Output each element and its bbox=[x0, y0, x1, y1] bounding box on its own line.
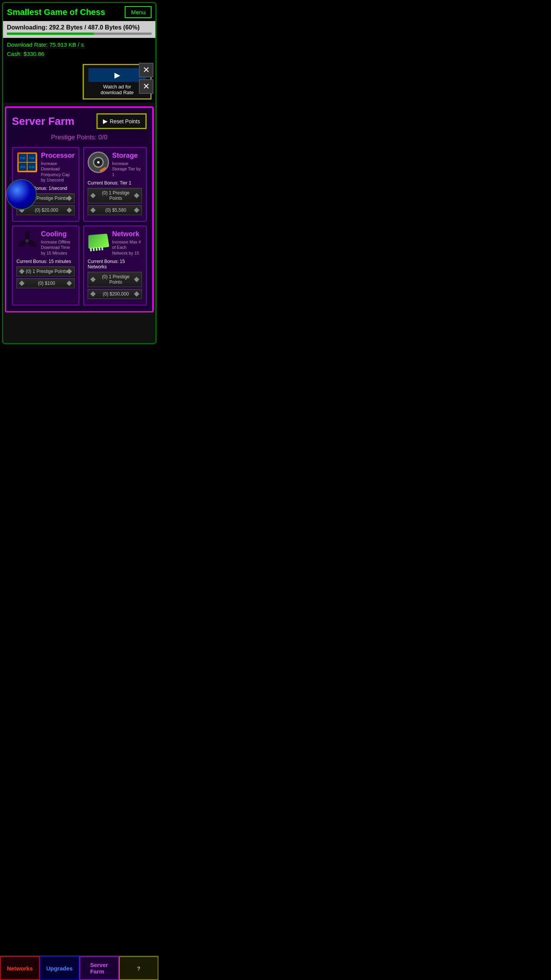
cooling-cash-btn[interactable]: (0) $100 bbox=[16, 278, 75, 288]
network-prestige-btn[interactable]: (0) 1 Prestige Points bbox=[88, 272, 142, 287]
network-cash-btn[interactable]: (0) $200,000 bbox=[88, 289, 142, 299]
diamond-left-icon bbox=[90, 291, 96, 297]
diamond-left-icon bbox=[90, 207, 96, 213]
storage-prestige-btn[interactable]: (0) 1 Prestige Points bbox=[88, 188, 142, 203]
header: Smallest Game of Chess Menu bbox=[3, 3, 155, 21]
processor-icon: 0101 1010 1010 0110 bbox=[16, 152, 38, 173]
storage-bonus: Current Bonus: Tier 1 bbox=[88, 180, 142, 186]
storage-desc: Increase Storage Tier by 1 bbox=[112, 161, 142, 177]
cooling-cash-label: (0) $100 bbox=[26, 281, 67, 286]
svg-point-4 bbox=[26, 239, 29, 242]
storage-name: Storage bbox=[112, 152, 142, 160]
cooling-card: Cooling Increase Offline Download Time b… bbox=[12, 225, 79, 305]
ad-video-icon: ▶ bbox=[88, 68, 146, 82]
reset-points-button[interactable]: ▶ Reset Points bbox=[96, 113, 147, 129]
svg-point-1 bbox=[24, 231, 30, 240]
processor-cash-label: (0) $20,000 bbox=[26, 207, 67, 213]
cooling-name: Cooling bbox=[41, 230, 75, 238]
storage-card: Storage Increase Storage Tier by 1 Curre… bbox=[83, 147, 147, 222]
download-rate-label: Download Rate: 75.913 KB / s bbox=[7, 40, 152, 49]
network-cash-label: (0) $200,000 bbox=[97, 291, 135, 297]
network-card: Network Increase Max # of Each Network b… bbox=[83, 225, 147, 305]
close-outer-button[interactable]: ✕ bbox=[139, 63, 153, 77]
diamond-right-icon bbox=[134, 193, 139, 198]
storage-cash-label: (0) $5,580 bbox=[97, 207, 135, 213]
prestige-points-text: Prestige Points: 0/0 bbox=[12, 134, 147, 141]
diamond-left-icon bbox=[19, 281, 24, 286]
storage-card-info: Storage Increase Storage Tier by 1 bbox=[112, 152, 142, 177]
storage-icon bbox=[88, 152, 109, 173]
diamond-right-icon bbox=[134, 277, 139, 282]
download-fill bbox=[7, 33, 94, 35]
network-name: Network bbox=[112, 230, 142, 238]
main-container: Smallest Game of Chess Menu Downloading:… bbox=[2, 2, 156, 344]
network-bonus: Current Bonus: 15 Networks bbox=[88, 259, 142, 270]
diamond-left-icon bbox=[90, 277, 96, 282]
close-inner-button[interactable]: ✕ bbox=[139, 79, 153, 94]
cooling-card-top: Cooling Increase Offline Download Time b… bbox=[16, 230, 75, 256]
cooling-prestige-btn[interactable]: (0) 1 Prestige Points bbox=[16, 266, 75, 276]
processor-card-top: 0101 1010 1010 0110 Processor Increase D… bbox=[16, 152, 75, 183]
stats-area: Download Rate: 75.913 KB / s Cash: $330.… bbox=[3, 38, 155, 61]
server-farm-dialog: Server Farm ▶ Reset Points Prestige Poin… bbox=[5, 106, 153, 312]
play-icon: ▶ bbox=[114, 70, 120, 80]
watch-ad-area: ▶ Watch ad fordownload Rate ✕ ✕ bbox=[3, 61, 155, 103]
cooling-bonus: Current Bonus: 15 minutes bbox=[16, 259, 75, 264]
network-prestige-label: (0) 1 Prestige Points bbox=[97, 274, 135, 285]
upgrade-card-grid: 0101 1010 1010 0110 Processor Increase D… bbox=[12, 147, 147, 305]
bottom-padding bbox=[3, 312, 155, 343]
fan-svg bbox=[18, 231, 37, 250]
storage-prestige-label: (0) 1 Prestige Points bbox=[97, 190, 135, 201]
menu-button[interactable]: Menu bbox=[125, 6, 152, 18]
download-progress-bar bbox=[7, 33, 152, 35]
diamond-right-icon bbox=[134, 291, 139, 297]
storage-cash-btn[interactable]: (0) $5,580 bbox=[88, 205, 142, 215]
download-text: Downloading: 292.2 Bytes / 487.0 Bytes (… bbox=[7, 24, 152, 31]
reset-icon: ▶ bbox=[103, 118, 108, 125]
dialog-title: Server Farm bbox=[12, 115, 74, 127]
diamond-left-icon bbox=[90, 193, 96, 198]
network-icon bbox=[88, 230, 109, 252]
dialog-header: Server Farm ▶ Reset Points bbox=[12, 113, 147, 129]
app-title: Smallest Game of Chess bbox=[7, 7, 105, 17]
diamond-right-icon bbox=[67, 196, 72, 201]
earth-globe bbox=[6, 179, 37, 210]
processor-desc: Increase Download Frequency Cap by 1/sec… bbox=[41, 161, 75, 183]
download-bar: Downloading: 292.2 Bytes / 487.0 Bytes (… bbox=[3, 21, 155, 38]
diamond-right-icon bbox=[134, 207, 139, 213]
diamond-right-icon bbox=[67, 207, 72, 213]
network-card-info: Network Increase Max # of Each Network b… bbox=[112, 230, 142, 256]
storage-card-top: Storage Increase Storage Tier by 1 bbox=[88, 152, 142, 177]
processor-card-info: Processor Increase Download Frequency Ca… bbox=[41, 152, 75, 183]
diamond-right-icon bbox=[67, 281, 72, 286]
network-desc: Increase Max # of Each Network by 15 bbox=[112, 239, 142, 256]
diamond-right-icon bbox=[67, 269, 72, 274]
cooling-prestige-label: (0) 1 Prestige Points bbox=[26, 269, 67, 274]
processor-name: Processor bbox=[41, 152, 75, 160]
cooling-desc: Increase Offline Download Time by 15 Min… bbox=[41, 239, 75, 256]
watch-ad-text: Watch ad fordownload Rate bbox=[101, 84, 134, 95]
network-card-top: Network Increase Max # of Each Network b… bbox=[88, 230, 142, 256]
cooling-card-info: Cooling Increase Offline Download Time b… bbox=[41, 230, 75, 256]
diamond-left-icon bbox=[19, 269, 24, 274]
cash-label: Cash: $330.86 bbox=[7, 49, 152, 59]
reset-points-label: Reset Points bbox=[110, 118, 140, 124]
cooling-icon bbox=[16, 230, 38, 252]
